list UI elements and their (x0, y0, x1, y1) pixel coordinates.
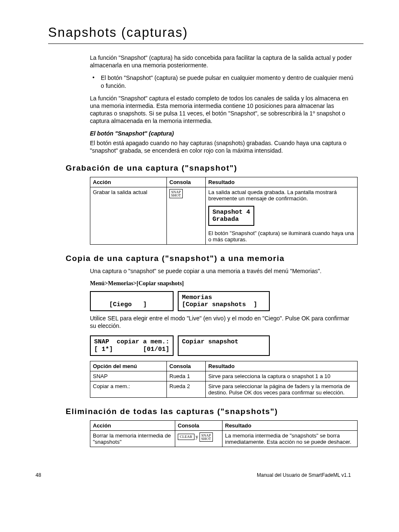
section2-intro: Una captura o "snapshot" se puede copiar… (90, 267, 355, 275)
lcd-row-1: [Ciego ] Memorias [Copiar snapshots ] (90, 290, 363, 312)
subhead-body: El botón está apagado cuando no hay capt… (90, 139, 355, 154)
th-consola: Consola (167, 361, 206, 371)
table-row: Borrar la memoria intermedia de "snapsho… (90, 430, 358, 447)
section2-after-lcd: Utilice SEL para elegir entre el modo "L… (90, 315, 355, 330)
separator-y: y (194, 433, 200, 440)
snapshot-key-icon: SNAPSHOT (169, 189, 183, 198)
lcd-screen: Memorias [Copiar snapshots ] (178, 291, 270, 312)
td-opcion: SNAP (90, 371, 167, 381)
section1-title: Grabación de una captura ("snapshot") (66, 164, 363, 173)
section2-after-lcd-text: Utilice SEL para elegir entre el modo "L… (90, 315, 355, 330)
th-consola: Consola (167, 177, 206, 187)
th-result: Resultado (223, 420, 358, 430)
td-result: Sirve para seleccionar la página de fade… (206, 381, 358, 397)
intro-bullet: • El botón "Snapshot" (captura) se puede… (90, 74, 355, 89)
section2-body: Una captura o "snapshot" se puede copiar… (90, 267, 355, 286)
th-accion: Acción (90, 177, 167, 187)
td-consola: Rueda 1 (167, 371, 206, 381)
td-consola: SNAPSHOT (167, 187, 206, 245)
td-accion: Grabar la salida actual (90, 187, 167, 245)
table-row: Copiar a mem.: Rueda 2 Sirve para selecc… (90, 381, 358, 397)
document-page: Snapshots (capturas) La función "Snapsho… (0, 0, 399, 495)
intro-block: La función "Snapshot" (captura) ha sido … (90, 54, 355, 154)
th-opcion: Opción del menú (90, 361, 167, 371)
doc-title-footer: Manual del Usuario de SmartFadeML v1.1 (257, 472, 351, 478)
result-text-after: El botón "Snapshot" (captura) se ilumina… (208, 230, 355, 243)
th-result: Resultado (206, 361, 358, 371)
td-consola: Rueda 2 (167, 381, 206, 397)
snapshot-key-icon: SNAPSHOT (200, 432, 213, 442)
td-result: La salida actual queda grabada. La panta… (206, 187, 358, 245)
lcd-row-2: SNAP copiar a mem.: [ 1*] [01/01] Copiar… (90, 335, 363, 357)
menu-path: Menú>Memorias>[Copiar snapshots] (90, 280, 355, 287)
table-row: SNAP Rueda 1 Sirve para selecciona la ca… (90, 371, 358, 381)
table-row: Grabar la salida actual SNAPSHOT La sali… (90, 187, 358, 245)
lcd-screen: [Ciego ] (90, 291, 174, 312)
table-header-row: Acción Consola Resultado (90, 420, 358, 430)
lcd-screen: Snapshot 4 Grabada (208, 206, 254, 226)
section3-table: Acción Consola Resultado Borrar la memor… (90, 420, 358, 447)
subhead-italic: El botón "Snapshot" (captura) (90, 130, 355, 137)
intro-paragraph-1: La función "Snapshot" (captura) ha sido … (90, 54, 355, 69)
td-result: La memoria intermedia de "snapshots" se … (223, 430, 358, 447)
td-consola: CLEARySNAPSHOT (175, 430, 223, 447)
bullet-dot: • (90, 74, 101, 89)
clear-key-icon: CLEAR (178, 434, 194, 440)
bullet-text: El botón "Snapshot" (captura) se puede p… (101, 74, 355, 89)
th-accion: Acción (90, 420, 175, 430)
section2-title: Copia de una captura ("snapshot") a una … (66, 254, 363, 263)
lcd-screen: SNAP copiar a mem.: [ 1*] [01/01] (90, 335, 174, 356)
intro-paragraph-2: La función "Snapshot" captura el estado … (90, 95, 355, 125)
page-footer: 48 Manual del Usuario de SmartFadeML v1.… (36, 472, 351, 478)
page-title: Snapshots (capturas) (48, 25, 363, 40)
td-result: Sirve para selecciona la captura o snaps… (206, 371, 358, 381)
section1-table: Acción Consola Resultado Grabar la salid… (90, 177, 358, 245)
td-opcion: Copiar a mem.: (90, 381, 167, 397)
section2-table: Opción del menú Consola Resultado SNAP R… (90, 361, 358, 398)
td-accion: Borrar la memoria intermedia de "snapsho… (90, 430, 175, 447)
title-rule (48, 43, 363, 44)
table-header-row: Acción Consola Resultado (90, 177, 358, 187)
section3-title: Eliminación de todas las capturas ("snap… (66, 407, 363, 416)
th-result: Resultado (206, 177, 358, 187)
table-header-row: Opción del menú Consola Resultado (90, 361, 358, 371)
th-consola: Consola (175, 420, 223, 430)
page-number: 48 (36, 472, 41, 478)
lcd-screen: Copiar snapshot (178, 335, 270, 356)
result-text-before: La salida actual queda grabada. La panta… (208, 189, 355, 202)
